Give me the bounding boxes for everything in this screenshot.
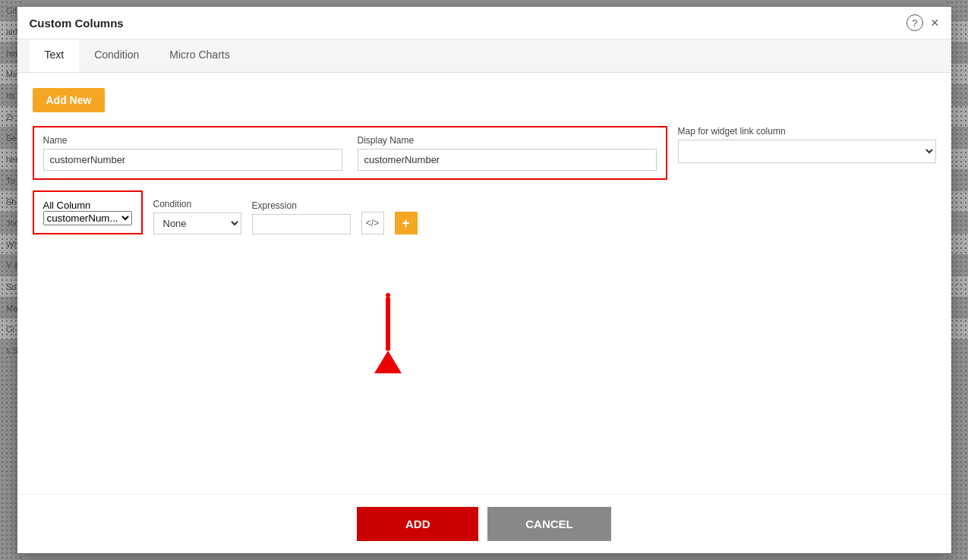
condition-select[interactable]: None Equals Not Equals Greater Than Less… [153,212,241,234]
condition-field-group: Condition None Equals Not Equals Greater… [153,199,241,234]
map-field-group: Map for widget link column [678,126,936,163]
dialog-title: Custom Columns [30,17,124,30]
display-name-input[interactable] [358,149,657,171]
condition-row: Condition None Equals Not Equals Greater… [153,199,418,234]
code-button[interactable]: </> [361,212,384,234]
name-field-group: Name [43,135,342,171]
help-icon: ? [912,17,917,29]
code-icon: </> [366,218,379,228]
condition-label: Condition [153,199,241,209]
display-name-field-group: Display Name [358,135,657,171]
display-name-label: Display Name [358,135,657,146]
name-label: Name [43,135,342,146]
name-display-section: Name Display Name [33,126,667,180]
dialog-body: Add New Name Display Name [17,73,951,494]
map-label: Map for widget link column [678,126,936,137]
tab-bar: Text Condition Micro Charts [17,39,951,73]
map-select[interactable] [678,140,936,163]
custom-columns-dialog: Custom Columns ? × Text Condition Micro … [17,7,951,553]
tab-condition[interactable]: Condition [79,39,154,72]
close-button[interactable]: × [931,16,939,30]
dialog-footer: ADD CANCEL [17,494,951,553]
plus-icon: + [402,216,410,231]
add-button[interactable]: ADD [357,507,478,541]
close-icon: × [931,15,939,30]
help-button[interactable]: ? [907,14,923,31]
name-input[interactable] [43,149,342,171]
header-actions: ? × [907,14,939,31]
arrow-shaft [386,297,390,351]
add-condition-button[interactable]: + [395,212,418,234]
tab-micro-charts[interactable]: Micro Charts [154,39,244,72]
arrow-head [374,351,402,373]
add-new-button[interactable]: Add New [33,88,106,112]
dialog-header: Custom Columns ? × [17,7,951,39]
tab-text[interactable]: Text [30,39,80,72]
all-column-section: All Column customerNum... All [33,190,143,234]
modal-overlay: Custom Columns ? × Text Condition Micro … [0,0,968,560]
cancel-button[interactable]: CANCEL [487,507,611,541]
arrow-annotation [374,263,402,373]
expression-label: Expression [252,200,351,211]
all-column-label: All Column [43,200,132,211]
all-column-select[interactable]: customerNum... All [43,211,132,225]
expression-field-group: Expression [252,200,351,234]
expression-input[interactable] [252,214,351,234]
